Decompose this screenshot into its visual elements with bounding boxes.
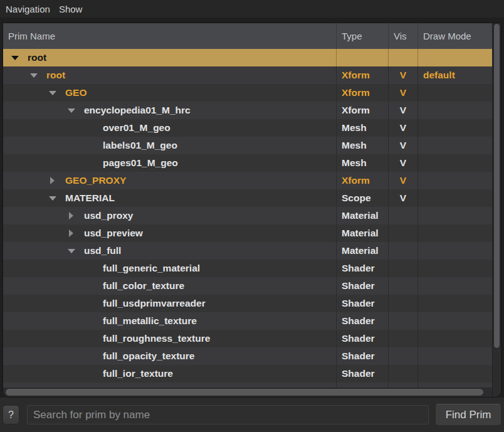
- tree-row[interactable]: root Xform V default: [3, 66, 492, 84]
- prim-type-cell: Shader: [336, 260, 388, 277]
- arrow-box[interactable]: [29, 73, 38, 78]
- prim-vis-cell[interactable]: V: [388, 84, 417, 102]
- tree-row[interactable]: labels01_M_geo Mesh V: [3, 137, 492, 154]
- tree-row[interactable]: GEO Xform V: [3, 84, 492, 102]
- arrow-box[interactable]: [48, 91, 56, 95]
- prim-type-cell: Shader: [336, 312, 388, 330]
- menu-navigation[interactable]: Navigation: [1, 0, 55, 18]
- prim-name-cell: full_color_texture: [3, 277, 336, 295]
- tree-row[interactable]: MATERIAL Scope V: [3, 189, 492, 207]
- arrow-box[interactable]: [67, 212, 75, 219]
- column-header-type: Type: [336, 23, 388, 49]
- prim-vis-cell[interactable]: V: [388, 66, 417, 84]
- arrow-box[interactable]: [48, 196, 56, 201]
- horizontal-scrollbar-thumb[interactable]: [5, 388, 484, 396]
- collapse-arrow-icon: [69, 212, 73, 219]
- prim-draw-mode-cell: [417, 154, 492, 172]
- prim-vis-cell[interactable]: V: [388, 172, 417, 189]
- prim-draw-mode-cell: [417, 172, 492, 189]
- prim-draw-mode-cell: [417, 260, 492, 277]
- prim-vis-cell[interactable]: V: [388, 189, 417, 207]
- prim-draw-mode-cell: [417, 119, 492, 137]
- prim-name-label: encyclopedia01_M_hrc: [84, 105, 191, 116]
- prim-name-cell: GEO: [3, 84, 336, 102]
- expand-arrow-icon: [49, 196, 56, 201]
- prim-name-cell: usd_preview: [3, 224, 336, 242]
- prim-vis-cell: [388, 224, 417, 242]
- prim-draw-mode-cell: [417, 312, 492, 330]
- prim-name-cell: full_metallic_texture: [3, 312, 336, 330]
- prim-vis-cell[interactable]: V: [388, 154, 417, 172]
- tree-row[interactable]: full_color_texture Shader: [3, 277, 492, 295]
- arrow-box[interactable]: [67, 249, 75, 253]
- prim-name-cell: over01_M_geo: [3, 119, 336, 137]
- prim-type-cell: Scope: [336, 189, 388, 207]
- prim-name-label: full_usdprimvarreader: [103, 298, 206, 309]
- prim-type-cell: [336, 49, 388, 66]
- menu-bar: Navigation Show: [0, 0, 504, 18]
- prim-name-cell: full_normal_texture: [3, 382, 336, 387]
- prim-draw-mode-cell[interactable]: default: [417, 66, 492, 84]
- tree-row[interactable]: full_roughness_texture Shader: [3, 330, 492, 347]
- arrow-box[interactable]: [11, 56, 19, 60]
- prim-draw-mode-cell: [417, 49, 492, 66]
- prim-draw-mode-cell: [417, 207, 492, 224]
- prim-name-cell: root: [3, 66, 336, 84]
- prim-name-label: usd_preview: [84, 228, 143, 239]
- horizontal-scrollbar[interactable]: [3, 387, 492, 397]
- prim-vis-cell: [388, 242, 417, 260]
- tree-row[interactable]: full_normal_texture Shader: [3, 382, 492, 387]
- prim-name-label: full_ior_texture: [103, 368, 173, 379]
- vertical-scrollbar-thumb[interactable]: [493, 23, 500, 349]
- prim-name-cell: usd_full: [3, 242, 336, 260]
- tree-rows-viewport: root root Xform V default GEO Xform V en…: [3, 49, 492, 387]
- tree-row[interactable]: usd_proxy Material: [3, 207, 492, 224]
- prim-name-cell: full_roughness_texture: [3, 330, 336, 347]
- help-button[interactable]: ?: [3, 405, 19, 424]
- prim-vis-cell[interactable]: V: [388, 102, 417, 119]
- vertical-scrollbar[interactable]: [492, 23, 501, 397]
- expand-arrow-icon: [68, 249, 75, 253]
- arrow-box[interactable]: [67, 108, 75, 113]
- prim-draw-mode-cell: [417, 137, 492, 154]
- tree-row[interactable]: over01_M_geo Mesh V: [3, 119, 492, 137]
- prim-draw-mode-cell: [417, 330, 492, 347]
- expand-arrow-icon: [11, 56, 19, 60]
- tree-row[interactable]: full_generic_material Shader: [3, 260, 492, 277]
- tree-row[interactable]: full_ior_texture Shader: [3, 365, 492, 382]
- prim-name-label: labels01_M_geo: [103, 140, 177, 151]
- expand-arrow-icon: [68, 108, 75, 113]
- search-bar: ? Find Prim: [0, 398, 504, 432]
- tree-row[interactable]: full_metallic_texture Shader: [3, 312, 492, 330]
- tree-row[interactable]: full_usdprimvarreader Shader: [3, 295, 492, 312]
- find-prim-button[interactable]: Find Prim: [435, 404, 501, 426]
- prim-vis-cell: [388, 260, 417, 277]
- tree-row[interactable]: root: [3, 49, 492, 66]
- tree-row[interactable]: GEO_PROXY Xform V: [3, 172, 492, 189]
- tree-row[interactable]: usd_full Material: [3, 242, 492, 260]
- menu-show[interactable]: Show: [55, 0, 87, 18]
- prim-draw-mode-cell: [417, 102, 492, 119]
- prim-draw-mode-cell: [417, 295, 492, 312]
- tree-row[interactable]: full_opacity_texture Shader: [3, 347, 492, 365]
- prim-name-label: full_generic_material: [103, 263, 200, 274]
- collapse-arrow-icon: [69, 229, 73, 237]
- prim-type-cell: Shader: [336, 330, 388, 347]
- arrow-box[interactable]: [48, 177, 56, 184]
- prim-name-cell: usd_proxy: [3, 207, 336, 224]
- prim-type-cell: Xform: [336, 66, 388, 84]
- tree-row[interactable]: usd_preview Material: [3, 224, 492, 242]
- prim-type-cell: Xform: [336, 102, 388, 119]
- tree-row[interactable]: encyclopedia01_M_hrc Xform V: [3, 102, 492, 119]
- prim-type-cell: Mesh: [336, 154, 388, 172]
- prim-vis-cell[interactable]: V: [388, 137, 417, 154]
- prim-type-cell: Material: [336, 224, 388, 242]
- prim-name-label: full_color_texture: [103, 280, 184, 292]
- prim-name-cell: root: [3, 49, 336, 66]
- arrow-box[interactable]: [67, 229, 75, 237]
- tree-row[interactable]: pages01_M_geo Mesh V: [3, 154, 492, 172]
- prim-name-label: usd_proxy: [84, 210, 133, 221]
- search-input[interactable]: [27, 405, 429, 424]
- prim-name-label: full_opacity_texture: [103, 350, 194, 362]
- prim-vis-cell[interactable]: V: [388, 119, 417, 137]
